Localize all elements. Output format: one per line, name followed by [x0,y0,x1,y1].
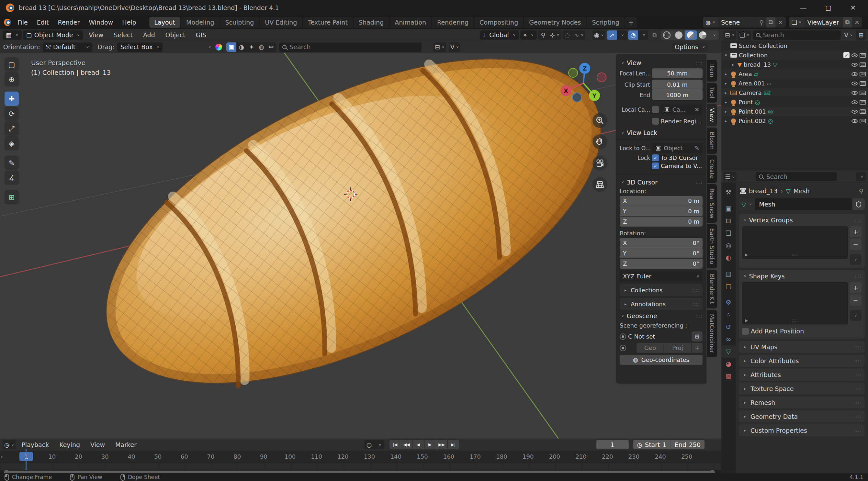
sidebar-tab[interactable]: MatCombiner [707,310,717,357]
camera-visibility-icon[interactable] [860,109,866,114]
outliner-row-area[interactable]: ▸ Area ▱ [721,69,868,79]
options-dropdown[interactable]: Options∨ [672,42,708,52]
cursor-rot-x-field[interactable]: X0° [620,238,703,248]
outliner-row-point[interactable]: ▸ Point ◎ [721,97,868,107]
remove-vertex-group-button[interactable]: − [850,238,862,250]
cursor-tool[interactable]: ⊕ [4,72,19,87]
menu-item[interactable]: Help [118,17,141,28]
outliner-search-input[interactable]: Search [753,30,841,40]
zoom-button[interactable] [592,113,608,128]
filter-tree-dropdown[interactable]: ⊟∨ [433,42,446,52]
mesh-name-field[interactable]: Mesh [755,198,852,210]
object-visibility-dropdown[interactable]: ◉∨ [592,30,606,40]
outliner-filter-dropdown[interactable]: ∇∨ [842,30,855,40]
eye-icon[interactable] [851,72,858,76]
viewlayer-name[interactable]: ViewLayer [804,19,843,26]
workspace-tab[interactable]: Rendering [432,17,474,28]
menu-item[interactable]: File [13,17,32,28]
eye-icon[interactable] [851,110,858,114]
rotate-tool[interactable]: ⟳ [4,106,19,121]
clip-start-field[interactable]: 0.01 m [652,79,703,90]
workspace-tab[interactable]: Texture Paint [303,17,353,28]
cursor-loc-x-field[interactable]: X0 m [620,196,703,206]
object-tab-icon[interactable]: ▢ [721,280,736,292]
workspace-tab[interactable]: Scripting [587,17,624,28]
3d-viewport[interactable]: User Perspective (1) Collection | bread_… [0,53,721,439]
outliner-row-area001[interactable]: ▸ Area.001 ▱ [721,79,868,88]
workspace-tab[interactable]: Modeling [181,17,219,28]
rotation-mode-dropdown[interactable]: XYZ Euler∨ [620,271,703,281]
scene-name[interactable]: Scene [718,19,756,26]
timeline-menu-item[interactable]: Playback [17,440,54,450]
add-crs-button[interactable]: + [691,343,703,353]
viewport-search-input[interactable]: Search [279,42,422,52]
camera-visibility-icon[interactable] [860,62,866,67]
sidebar-tab[interactable]: Real Snow [707,184,717,223]
sidebar-tab[interactable]: Earth Studio [707,224,717,268]
workspace-tab[interactable]: Geometry Nodes [524,17,586,28]
camera-visibility-icon[interactable] [860,72,866,76]
scale-tool[interactable]: ⤢ [4,121,19,136]
add-vertex-group-button[interactable]: + [850,226,862,237]
viewport-menu-item[interactable]: Object [161,30,190,40]
eyedropper-icon[interactable]: ✎ [694,145,699,152]
eye-icon[interactable] [851,119,858,123]
geo-button[interactable]: Geo [637,343,664,353]
view-lock-header[interactable]: ∨View Lock [620,129,703,136]
pin-icon[interactable]: ⚲ [859,187,864,195]
shape-key-specials-dropdown[interactable]: ∨ [850,310,862,321]
lock-3d-cursor-checkbox[interactable]: ✓ [652,154,659,161]
maximize-button[interactable]: ▢ [825,4,831,12]
camera-visibility-icon[interactable] [860,53,866,58]
scene-tab-icon[interactable]: ◎ [721,239,736,252]
cursor-loc-y-field[interactable]: Y0 m [620,206,703,216]
blender-menu-icon[interactable] [4,19,11,26]
shape-keys-header[interactable]: ∨Shape Keys:::: [742,272,862,280]
cursor-rot-z-field[interactable]: Z0° [620,259,703,269]
eye-icon[interactable] [851,63,858,67]
tool-option-icon[interactable]: ◑ [236,42,246,52]
measure-tool[interactable]: ∡ [4,170,19,185]
play-reverse-button[interactable]: ◀ [413,440,424,449]
new-collection-button[interactable]: ⊞ [856,30,866,40]
workspace-tab[interactable]: UV Editing [260,17,302,28]
outliner-row-camera[interactable]: ▸ Camera [721,88,868,97]
eye-icon[interactable] [851,91,858,95]
constraints-tab-icon[interactable]: ∞ [721,333,736,345]
workspace-tab[interactable]: Sculpting [220,17,259,28]
properties-search-input[interactable]: Search [756,172,837,181]
basemap-tool-icon[interactable]: ▣ [226,42,236,52]
properties-collapsed-panel[interactable]: ▸UV Maps:::: [739,341,865,353]
tool-option-icon[interactable]: ◍ [256,42,267,52]
sidebar-tab[interactable]: Item [707,60,717,82]
camera-visibility-icon[interactable] [860,81,866,86]
clip-end-field[interactable]: 1000 m [652,90,703,100]
mesh-datablock-dropdown[interactable]: ▽∨ [739,198,754,210]
auto-key-record-button[interactable]: ○ [364,440,374,449]
show-gizmo-toggle[interactable]: ↗ [607,30,617,40]
shading-wireframe-button[interactable] [661,30,673,40]
outliner-row-scene-collection[interactable]: Scene Collection [721,41,868,51]
properties-collapsed-panel[interactable]: ▸Geometry Data:::: [739,411,865,422]
properties-collapsed-panel[interactable]: ▸Remesh:::: [739,396,865,409]
3d-cursor-panel-header[interactable]: ∨3D Cursor:::: [620,179,703,186]
scene-selector[interactable]: ◍∨ Scene ⚲ ⧉ ✕ [703,17,786,28]
lock-to-object-field[interactable]: Object ✎ [652,143,703,153]
snap-magnet-icon[interactable]: ⚲ [538,30,548,40]
annotate-tool[interactable]: ✎ [4,156,19,170]
camera-visibility-icon[interactable] [860,100,866,104]
transform-orientation-dropdown[interactable]: ⟂ Global∨ [480,30,519,40]
workspace-tab[interactable]: Shading [353,17,389,28]
timeline-menu-item[interactable]: View [86,440,110,450]
properties-collapsed-panel[interactable]: ▸Texture Space:::: [739,383,865,394]
timeline-track[interactable] [0,462,721,470]
particles-tab-icon[interactable]: ∴ [721,309,736,321]
tool-options-chevron[interactable]: ∨ [208,45,211,49]
object-data-tab-icon[interactable]: ▽ [721,345,736,358]
timeline-menu-item[interactable]: Marker [111,440,141,450]
fake-user-shield-icon[interactable] [852,198,865,210]
camera-view-button[interactable] [592,156,608,170]
snap-target-dropdown[interactable]: ⊹∨ [548,30,561,40]
cursor-loc-z-field[interactable]: Z0 m [620,217,703,227]
workspace-tab[interactable]: + [625,17,637,28]
